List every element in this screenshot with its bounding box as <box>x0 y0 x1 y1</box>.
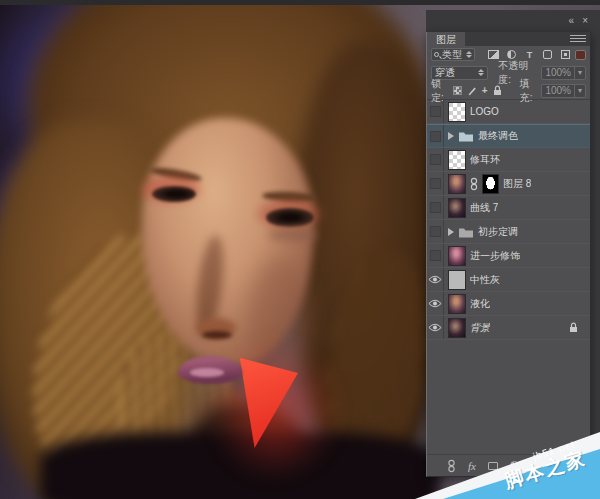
eye-hidden-well <box>430 131 441 142</box>
eye-hidden-well <box>430 178 441 189</box>
chevron-down-icon[interactable]: ▾ <box>574 67 585 79</box>
layer-name: 中性灰 <box>470 273 500 287</box>
opacity-field[interactable]: 100% ▾ <box>541 66 586 80</box>
visibility-well[interactable] <box>427 196 444 219</box>
layer-mask-thumbnail[interactable] <box>482 174 499 194</box>
photo-art-lip-gloss <box>190 368 224 377</box>
layer-thumbnail[interactable] <box>448 246 466 266</box>
close-panel-icon[interactable]: × <box>582 16 588 26</box>
layer-row-further-retouch[interactable]: 进一步修饰 <box>427 244 590 268</box>
shape-icon <box>543 50 552 59</box>
lock-transparent-pixels-icon[interactable] <box>453 86 462 95</box>
layer-row-layer-8[interactable]: 图层 8 <box>427 172 590 196</box>
layer-thumbnail[interactable] <box>448 102 466 122</box>
eye-icon <box>428 299 442 308</box>
layer-thumbnail[interactable] <box>448 294 466 314</box>
layer-thumbnail[interactable] <box>448 150 466 170</box>
layer-row-background[interactable]: 背景 <box>427 316 590 340</box>
tab-layers[interactable]: 图层 <box>427 32 465 46</box>
visibility-well[interactable] <box>427 316 444 339</box>
group-expand-icon[interactable] <box>448 228 454 236</box>
chevron-down-icon[interactable]: ▾ <box>574 85 585 97</box>
photo-art-eye <box>152 186 196 202</box>
layer-style-fx-icon[interactable]: fx <box>468 460 476 472</box>
folder-icon <box>458 226 474 238</box>
layer-name: 修耳环 <box>470 153 500 167</box>
filter-kind-label: 类型 <box>442 48 462 62</box>
group-expand-icon[interactable] <box>448 132 454 140</box>
layer-thumbnail[interactable] <box>448 270 466 290</box>
visibility-well[interactable] <box>427 148 444 171</box>
chevron-updown-icon <box>478 69 484 76</box>
layer-row-final-grading-group[interactable]: 最终调色 <box>427 124 590 148</box>
visibility-well[interactable] <box>427 125 444 147</box>
photo-art-undereye <box>268 228 318 242</box>
layer-name: 进一步修饰 <box>470 249 520 263</box>
layer-row-logo[interactable]: LOGO <box>427 100 590 124</box>
background-lock-icon <box>569 322 578 333</box>
layer-name: LOGO <box>470 106 499 117</box>
layer-thumbnail[interactable] <box>448 174 466 194</box>
smart-object-icon <box>561 50 570 59</box>
eye-hidden-well <box>430 106 441 117</box>
folder-icon <box>458 130 474 142</box>
layer-thumbnail[interactable] <box>448 318 466 338</box>
link-layers-icon[interactable] <box>447 459 456 473</box>
lock-buttons: + <box>453 85 502 96</box>
visibility-well[interactable] <box>427 172 444 195</box>
layer-name: 液化 <box>470 297 490 311</box>
search-icon <box>434 52 439 57</box>
panel-tab-bar: 图层 <box>427 32 590 46</box>
photo-art-eye <box>266 208 314 227</box>
mask-link-icon[interactable] <box>470 177 478 191</box>
visibility-well[interactable] <box>427 220 444 243</box>
lock-position-move-icon[interactable]: + <box>482 86 488 96</box>
tab-bar-spacer <box>465 32 570 46</box>
canvas-top-strip <box>0 0 600 5</box>
visibility-well[interactable] <box>427 268 444 291</box>
fill-field[interactable]: 100% ▾ <box>541 84 586 98</box>
layer-row-initial-toning-group[interactable]: 初步定调 <box>427 220 590 244</box>
layer-row-fix-earring[interactable]: 修耳环 <box>427 148 590 172</box>
visibility-well[interactable] <box>427 292 444 315</box>
layer-list: LOGO 最终调色 修耳环 图层 8 <box>427 100 590 340</box>
eye-hidden-well <box>430 226 441 237</box>
visibility-well[interactable] <box>427 100 444 123</box>
photoshop-window: « × 图层 类型 T <box>0 0 600 499</box>
layer-thumbnail[interactable] <box>448 198 466 218</box>
layer-name: 初步定调 <box>478 225 518 239</box>
workspace-right-strip <box>591 10 600 477</box>
eye-hidden-well <box>430 154 441 165</box>
layers-panel: 图层 类型 T 穿透 不 <box>426 32 591 477</box>
eye-icon <box>428 323 442 332</box>
layer-name: 曲线 7 <box>470 201 498 215</box>
lock-image-pixels-brush-icon[interactable] <box>467 86 477 96</box>
photo-art-nostril <box>202 331 232 339</box>
filter-smart-objects-button[interactable] <box>560 49 572 60</box>
filter-toggle-switch[interactable] <box>575 50 586 60</box>
eye-hidden-well <box>430 250 441 261</box>
visibility-well[interactable] <box>427 244 444 267</box>
panel-menu-icon[interactable] <box>570 35 586 43</box>
layer-name: 最终调色 <box>478 129 518 143</box>
collapse-panel-icon[interactable]: « <box>569 16 575 26</box>
blend-opacity-row: 穿透 不透明度: 100% ▾ <box>427 63 590 82</box>
layer-row-curves-7[interactable]: 曲线 7 <box>427 196 590 220</box>
chevron-updown-icon <box>466 51 472 58</box>
filter-kind-dropdown[interactable]: 类型 <box>431 48 475 61</box>
eye-hidden-well <box>430 202 441 213</box>
panel-group-titlebar: « × <box>426 10 600 32</box>
filter-shape-layers-button[interactable] <box>542 49 554 60</box>
layer-row-liquify[interactable]: 液化 <box>427 292 590 316</box>
opacity-value: 100% <box>542 67 574 78</box>
layer-name: 背景 <box>470 321 490 335</box>
layer-row-neutral-gray[interactable]: 中性灰 <box>427 268 590 292</box>
lock-all-icon[interactable] <box>493 85 502 96</box>
layer-name: 图层 8 <box>503 177 531 191</box>
eye-icon <box>428 275 442 284</box>
fill-value: 100% <box>542 85 574 96</box>
